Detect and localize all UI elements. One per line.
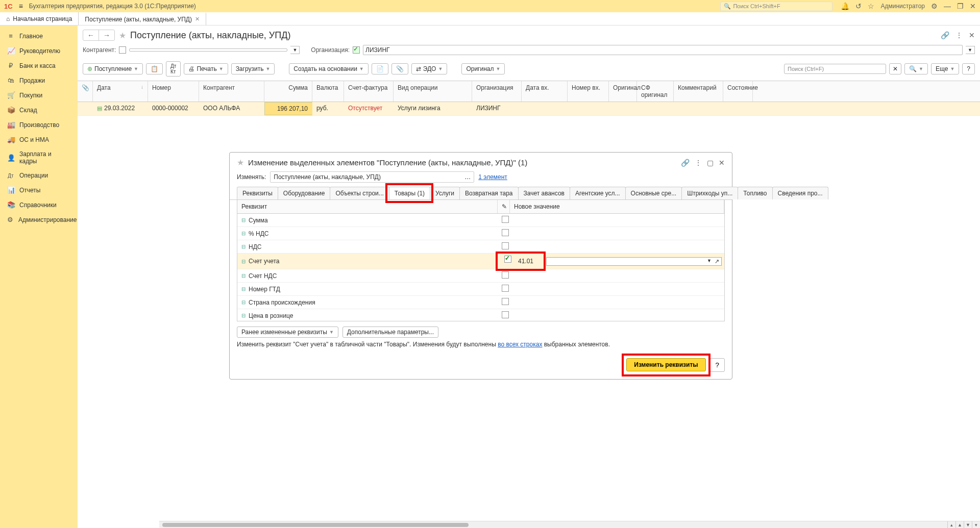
- edo-button[interactable]: ⇄ЭДО▼: [411, 63, 448, 74]
- edit-checkbox[interactable]: [502, 216, 509, 223]
- close-icon[interactable]: ✕: [970, 2, 976, 10]
- filter-counter-dropdown[interactable]: ▼: [290, 46, 300, 54]
- scroll-up-icon[interactable]: ▲: [955, 521, 964, 529]
- col-numin[interactable]: Номер вх.: [568, 81, 609, 102]
- filter-org-dropdown[interactable]: ▼: [966, 46, 975, 54]
- dialog-tab[interactable]: Агентские усл...: [570, 187, 626, 199]
- dialog-close-icon[interactable]: ✕: [719, 159, 725, 167]
- sidebar-item-warehouse[interactable]: 📦Склад: [0, 103, 78, 117]
- dialog-tab[interactable]: Реквизиты: [237, 187, 278, 199]
- dtkt-button[interactable]: ДтКт: [166, 61, 181, 77]
- edit-checkbox[interactable]: [502, 229, 509, 236]
- sidebar-item-catalogs[interactable]: 📚Справочники: [0, 197, 78, 212]
- dialog-tab[interactable]: Возвратная тара: [459, 187, 519, 199]
- tab-active[interactable]: Поступление (акты, накладные, УПД) ✕: [79, 12, 206, 25]
- col-date[interactable]: Дата↓: [93, 81, 148, 102]
- edit-checkbox[interactable]: [504, 256, 511, 263]
- col-attach-icon[interactable]: 📎: [78, 81, 93, 102]
- recently-changed-button[interactable]: Ранее измененные реквизиты▼: [237, 326, 338, 338]
- horizontal-scrollbar[interactable]: ▴ ▲ ▼ ▾: [159, 521, 980, 528]
- minimize-icon[interactable]: —: [944, 2, 951, 10]
- restore-icon[interactable]: ❐: [957, 2, 964, 10]
- sidebar-item-assets[interactable]: 🚚ОС и НМА: [0, 132, 78, 147]
- additional-params-button[interactable]: Дополнительные параметры...: [342, 326, 438, 338]
- attribute-row[interactable]: ⊟Цена в рознице: [237, 309, 724, 321]
- filter-counter-check[interactable]: [119, 46, 126, 54]
- dialog-tab[interactable]: Штрихкоды уп...: [681, 187, 738, 199]
- sidebar-item-bank[interactable]: ₽Банк и касса: [0, 58, 78, 73]
- col-org[interactable]: Организация: [472, 81, 522, 102]
- dialog-tab[interactable]: Сведения про...: [772, 187, 828, 199]
- dialog-maximize-icon[interactable]: ▢: [707, 159, 714, 167]
- attribute-row[interactable]: ⊟Страна происхождения: [237, 296, 724, 309]
- sidebar-item-main[interactable]: ≡Главное: [0, 29, 78, 43]
- find-button[interactable]: 🔍▼: [904, 63, 928, 74]
- dialog-link-icon[interactable]: 🔗: [681, 159, 690, 167]
- col-sum[interactable]: Сумма: [264, 81, 312, 102]
- filter-org-check[interactable]: [353, 46, 360, 54]
- sidebar-item-operations[interactable]: ДтОперации: [0, 168, 78, 183]
- dialog-tab[interactable]: Зачет авансов: [518, 187, 570, 199]
- dialog-tab[interactable]: Основные сре...: [625, 187, 682, 199]
- form-close-icon[interactable]: ✕: [969, 31, 975, 39]
- more-icon[interactable]: ⋮: [955, 31, 963, 39]
- filter-counter-input[interactable]: [129, 48, 287, 52]
- scroll-thumb[interactable]: [162, 523, 469, 527]
- col-invoice[interactable]: Счет-фактура: [344, 81, 394, 102]
- upload-button[interactable]: Загрузить▼: [231, 63, 275, 74]
- edit-checkbox[interactable]: [502, 311, 509, 318]
- filter-org-input[interactable]: ЛИЗИНГ: [363, 45, 963, 55]
- col-requisite[interactable]: Реквизит: [237, 200, 498, 213]
- attribute-row[interactable]: ⊟НДС: [237, 240, 724, 254]
- dialog-more-icon[interactable]: ⋮: [695, 159, 702, 167]
- print-button[interactable]: 🖨Печать▼: [184, 63, 228, 74]
- attribute-row[interactable]: ⊟Сумма: [237, 214, 724, 227]
- sidebar-item-salary[interactable]: 👤Зарплата и кадры: [0, 147, 78, 168]
- edit-checkbox[interactable]: [502, 271, 509, 279]
- col-sforig[interactable]: СФ оригинал: [637, 81, 674, 102]
- attribute-row[interactable]: ⊟Номер ГТД: [237, 283, 724, 296]
- tab-close-icon[interactable]: ✕: [195, 16, 200, 22]
- attribute-row[interactable]: ⊟Счет НДС: [237, 269, 724, 283]
- link-icon[interactable]: 🔗: [941, 31, 949, 39]
- edit-checkbox[interactable]: [502, 285, 509, 292]
- sidebar-item-production[interactable]: 🏭Производство: [0, 117, 78, 132]
- nav-forward-icon[interactable]: →: [99, 30, 114, 40]
- global-search-input[interactable]: 🔍 Поиск Ctrl+Shift+F: [720, 2, 832, 11]
- dialog-tab[interactable]: Объекты строи...: [330, 187, 389, 199]
- col-edit-icon[interactable]: ✎: [498, 200, 510, 213]
- dialog-tab[interactable]: Услуги: [430, 187, 460, 199]
- createbase-button[interactable]: Создать на основании▼: [289, 63, 368, 74]
- attribute-row[interactable]: ⊟Счет учета41.01▼↗: [237, 254, 724, 269]
- original-button[interactable]: Оригинал▼: [461, 63, 505, 74]
- edit-checkbox[interactable]: [502, 298, 509, 305]
- copy-button[interactable]: 📋: [146, 63, 163, 74]
- history-icon[interactable]: ↺: [855, 2, 862, 10]
- user-name[interactable]: Администратор: [880, 3, 925, 10]
- dialog-help-button[interactable]: ?: [710, 358, 725, 372]
- nav-back-icon[interactable]: ←: [83, 30, 99, 40]
- help-button[interactable]: ?: [962, 63, 975, 74]
- col-new-value[interactable]: Новое значение: [510, 200, 724, 213]
- sidebar-item-admin[interactable]: ⚙Администрирование: [0, 212, 78, 227]
- tab-home[interactable]: ⌂ Начальная страница: [0, 12, 79, 25]
- col-orig[interactable]: Оригинал: [609, 81, 637, 102]
- dropdown-icon[interactable]: ▼: [707, 258, 712, 265]
- elements-link[interactable]: 1 элемент: [478, 173, 507, 181]
- bell-icon[interactable]: 🔔: [841, 2, 849, 10]
- sidebar-item-sales[interactable]: 🛍Продажи: [0, 73, 78, 88]
- search-clear-button[interactable]: ✕: [889, 63, 901, 74]
- edit-checkbox[interactable]: [502, 242, 509, 249]
- more-button[interactable]: Еще▼: [931, 63, 959, 74]
- scroll-down-icon[interactable]: ▼: [964, 521, 972, 529]
- attribute-row[interactable]: ⊟% НДС: [237, 227, 724, 240]
- change-requisites-button[interactable]: Изменить реквизиты: [626, 358, 705, 371]
- col-optype[interactable]: Вид операции: [394, 81, 472, 102]
- doc-button[interactable]: 📄: [372, 63, 388, 74]
- main-menu-icon[interactable]: ≡: [19, 2, 23, 10]
- col-state[interactable]: Состояние: [723, 81, 753, 102]
- scroll-bottom-icon[interactable]: ▾: [972, 521, 980, 529]
- attach-button[interactable]: 📎: [391, 63, 408, 74]
- col-comment[interactable]: Комментарий: [674, 81, 723, 102]
- dialog-favorite-icon[interactable]: ★: [237, 158, 244, 167]
